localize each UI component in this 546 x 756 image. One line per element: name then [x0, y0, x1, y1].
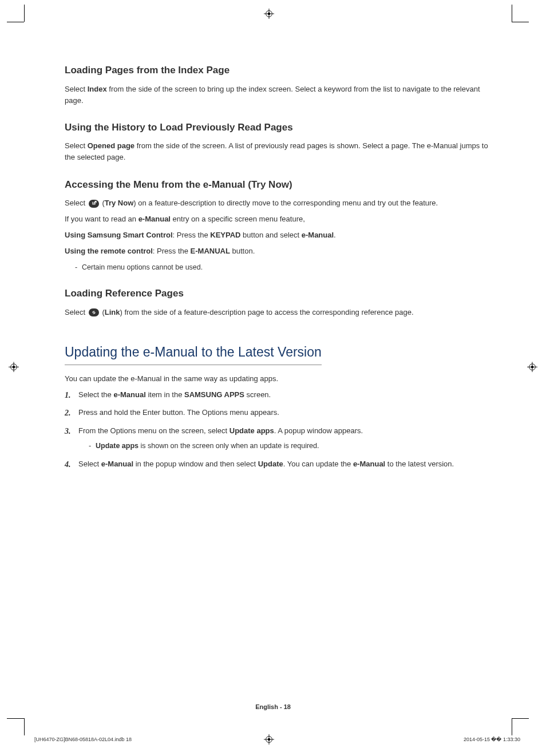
try-now-icon — [89, 200, 99, 208]
section-heading: Accessing the Menu from the e-Manual (Tr… — [65, 177, 494, 192]
body-text: Select Index from the side of the screen… — [65, 84, 494, 106]
footer-timestamp: 2014-05-15 �� 1:33:30 — [464, 736, 520, 744]
crop-mark — [7, 22, 24, 22]
section-heading: Using the History to Load Previously Rea… — [65, 120, 494, 135]
steps-list: Select the e-Manual item in the SAMSUNG … — [65, 389, 494, 470]
body-text: Using the remote control: Press the E-MA… — [65, 246, 494, 257]
crop-mark — [24, 5, 25, 22]
step-item: Select e-Manual in the popup window and … — [65, 458, 494, 470]
note-text: Certain menu options cannot be used. — [75, 262, 494, 273]
body-text: You can update the e-Manual in the same … — [65, 373, 494, 385]
registration-mark-icon — [527, 362, 537, 375]
body-text: Select (Link) from the side of a feature… — [65, 307, 494, 318]
body-text: If you want to read an e-Manual entry on… — [65, 213, 494, 225]
page-content: Loading Pages from the Index Page Select… — [65, 63, 494, 476]
sub-note: Update apps is shown on the screen only … — [89, 441, 494, 452]
step-item: Press and hold the Enter button. The Opt… — [65, 407, 494, 418]
crop-mark — [512, 22, 529, 22]
crop-mark — [512, 5, 512, 22]
body-text: Select Opened page from the side of the … — [65, 140, 494, 163]
section-heading: Loading Reference Pages — [65, 286, 494, 301]
page-number: English - 18 — [255, 702, 291, 712]
link-icon — [89, 308, 99, 316]
major-heading: Updating the e-Manual to the Latest Vers… — [65, 342, 322, 365]
registration-mark-icon — [264, 9, 274, 22]
footer-filename: [UH6470-ZG]BN68-05818A-02L04.indb 18 — [34, 736, 132, 744]
step-item: Select the e-Manual item in the SAMSUNG … — [65, 389, 494, 401]
step-item: From the Options menu on the screen, sel… — [65, 425, 494, 452]
section-heading: Loading Pages from the Index Page — [65, 63, 494, 78]
registration-mark-icon — [264, 734, 274, 748]
crop-mark — [512, 718, 529, 719]
crop-mark — [7, 718, 24, 719]
registration-mark-icon — [9, 362, 19, 375]
crop-mark — [512, 718, 512, 735]
body-text: Using Samsung Smart Control: Press the K… — [65, 229, 494, 241]
crop-mark — [24, 718, 25, 735]
body-text: Select (Try Now) on a feature-descriptio… — [65, 197, 494, 209]
